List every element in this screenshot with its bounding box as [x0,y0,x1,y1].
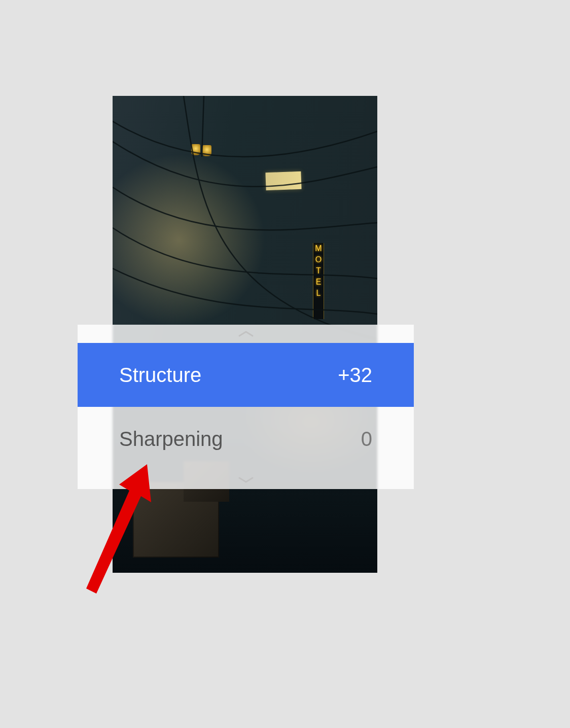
option-value: +32 [338,364,372,387]
option-value: 0 [361,428,372,450]
scene-sign-board [265,171,301,190]
option-sharpening[interactable]: Sharpening 0 [78,407,414,471]
scene-boxes [133,481,219,558]
scene-upper [113,96,377,358]
option-label: Structure [119,364,201,387]
adjustment-panel: Structure +32 Sharpening 0 [78,325,414,489]
chevron-up-icon[interactable] [78,325,414,343]
option-label: Sharpening [119,428,223,450]
scene-motel-sign: MOTEL [313,243,324,319]
option-structure[interactable]: Structure +32 [78,343,414,407]
chevron-down-icon[interactable] [78,471,414,489]
